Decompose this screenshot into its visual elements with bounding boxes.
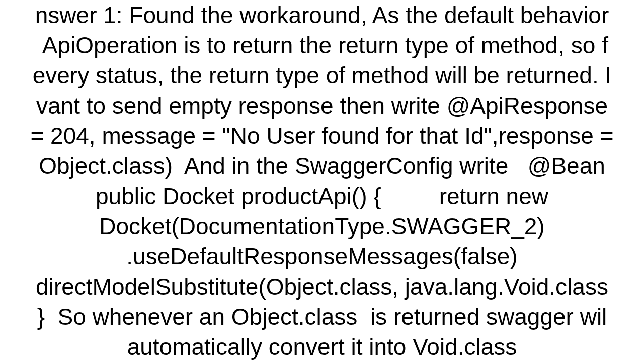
answer-text-block: nswer 1: Found the workaround, As the de…	[0, 0, 644, 362]
